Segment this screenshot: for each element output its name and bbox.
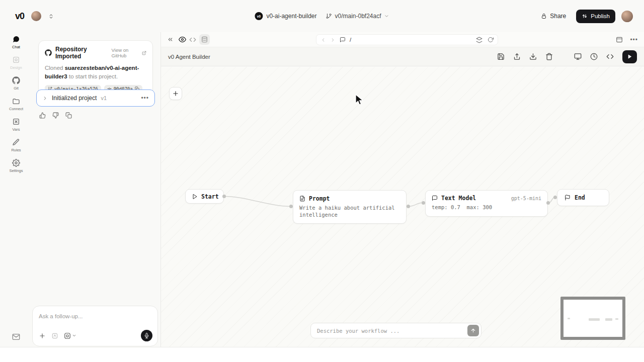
sidebar-item-vars[interactable]: Vars xyxy=(12,118,20,132)
layers-icon[interactable] xyxy=(476,37,482,43)
node-text-model[interactable]: Text Model gpt-5-mini temp: 0.7 max: 300 xyxy=(425,190,548,217)
chat-bubble-icon xyxy=(12,35,20,43)
chevron-right-icon[interactable] xyxy=(42,96,48,101)
project-name: v0-ai-agent-builder xyxy=(266,13,316,20)
sidebar-item-connect[interactable]: Connect xyxy=(9,97,23,111)
file-text-icon xyxy=(299,196,305,202)
monitor-icon[interactable] xyxy=(574,53,582,60)
version-tag: v1 xyxy=(101,95,107,101)
chat-panel: Repository Imported View on GitHub Clone… xyxy=(32,32,160,347)
chevron-updown-icon[interactable] xyxy=(48,14,54,19)
minimap[interactable] xyxy=(560,297,625,340)
mic-icon xyxy=(144,333,149,338)
download-icon[interactable] xyxy=(529,53,537,60)
sidebar-item-git[interactable]: Git xyxy=(12,76,20,90)
save-icon[interactable] xyxy=(497,53,505,60)
branch-name: v0/main-0bf24acf xyxy=(335,13,381,20)
window-icon[interactable] xyxy=(616,36,623,43)
mic-button[interactable] xyxy=(141,330,152,341)
preview-toolbar: / ••• xyxy=(161,32,644,47)
preview-pane: / ••• v0 Agent Builder xyxy=(160,32,644,347)
message-square-icon xyxy=(432,195,438,201)
publish-icon xyxy=(582,13,588,19)
media-icon xyxy=(64,332,71,339)
view-on-github-link[interactable]: View on GitHub xyxy=(112,47,146,58)
port-model-out[interactable] xyxy=(546,201,550,205)
vars-icon xyxy=(12,118,20,126)
thumbs-down-icon[interactable] xyxy=(52,112,59,119)
builder-header: v0 Agent Builder xyxy=(161,47,644,66)
port-end-in[interactable] xyxy=(553,196,557,199)
node-end[interactable]: End xyxy=(557,189,609,206)
code-view-icon[interactable] xyxy=(189,36,196,43)
branch-selector[interactable]: v0/main-0bf24acf xyxy=(326,13,389,20)
send-button[interactable] xyxy=(467,325,479,336)
run-workflow-button[interactable] xyxy=(622,50,637,63)
workflow-canvas[interactable]: Start Prompt Write a haiku about artific… xyxy=(161,67,644,347)
add-node-button[interactable] xyxy=(169,87,182,100)
user-avatar[interactable] xyxy=(621,11,633,22)
eye-preview-icon[interactable] xyxy=(179,36,186,43)
minimap-node xyxy=(605,318,612,321)
project-breadcrumb[interactable]: v0 v0-ai-agent-builder xyxy=(255,12,316,20)
design-attach-icon[interactable] xyxy=(51,332,58,339)
chat-input[interactable] xyxy=(39,313,151,319)
collapse-panel-icon[interactable] xyxy=(167,36,174,43)
forward-icon[interactable] xyxy=(330,37,336,43)
trash-icon[interactable] xyxy=(545,53,553,60)
v0-logo[interactable]: v0 xyxy=(15,11,24,22)
sidebar-item-chat[interactable]: Chat xyxy=(12,35,20,49)
code-icon[interactable] xyxy=(606,53,614,60)
thumbs-up-icon[interactable] xyxy=(39,112,46,119)
sidebar-label: Vars xyxy=(13,127,20,132)
port-model-in[interactable] xyxy=(422,201,425,205)
sidebar-item-rules[interactable]: Rules xyxy=(11,138,21,152)
port-prompt-in[interactable] xyxy=(289,205,293,208)
workflow-composer xyxy=(310,323,481,338)
flag-icon xyxy=(565,195,571,201)
port-start-out[interactable] xyxy=(222,195,226,198)
history-icon[interactable] xyxy=(590,53,598,60)
github-icon xyxy=(45,49,52,56)
design-icon xyxy=(12,56,20,64)
workflow-input[interactable] xyxy=(317,328,467,334)
mail-icon[interactable] xyxy=(12,333,20,341)
copy-icon[interactable] xyxy=(65,112,72,119)
port-prompt-out[interactable] xyxy=(407,205,410,208)
sidebar-label: Connect xyxy=(9,107,23,111)
refresh-icon[interactable] xyxy=(488,37,494,43)
play-outline-icon xyxy=(192,194,198,200)
avatar[interactable] xyxy=(31,11,41,21)
external-link-icon xyxy=(142,51,146,55)
more-icon[interactable]: ••• xyxy=(630,36,638,43)
git-branch-icon xyxy=(326,13,332,19)
publish-button[interactable]: Publish xyxy=(576,10,615,23)
node-prompt[interactable]: Prompt Write a haiku about artificial in… xyxy=(293,190,407,224)
cloned-prefix: Cloned xyxy=(45,65,63,71)
sidebar-item-settings[interactable]: Settings xyxy=(9,159,23,173)
plus-icon xyxy=(172,90,179,97)
builder-title: v0 Agent Builder xyxy=(168,54,210,60)
address-bar[interactable]: / xyxy=(316,34,498,45)
feedback-row xyxy=(39,112,72,119)
minimap-node xyxy=(615,318,618,320)
more-menu-icon[interactable]: ••• xyxy=(141,95,149,102)
comment-icon[interactable] xyxy=(340,37,346,43)
bottom-strip xyxy=(0,347,644,362)
media-selector[interactable] xyxy=(64,332,76,339)
pencil-icon xyxy=(12,138,20,146)
sidebar-label: Rules xyxy=(11,148,21,152)
node-model-name: gpt-5-mini xyxy=(511,196,541,201)
url-path[interactable]: / xyxy=(350,37,351,43)
database-view-icon[interactable] xyxy=(199,34,210,45)
gear-icon xyxy=(12,159,20,167)
back-icon[interactable] xyxy=(320,37,326,43)
share-button[interactable]: Share xyxy=(537,10,570,22)
node-start[interactable]: Start xyxy=(185,189,224,204)
upload-icon[interactable] xyxy=(513,53,521,60)
version-row-initialized-project[interactable]: Initialized project v1 ••• xyxy=(36,89,155,107)
node-model-params: temp: 0.7 max: 300 xyxy=(432,204,541,211)
repo-card-body: Cloned suarezesteban/v0-ai-agent-builder… xyxy=(45,64,146,80)
sidebar-item-design[interactable]: Design xyxy=(10,56,22,70)
plus-icon[interactable] xyxy=(39,332,46,339)
